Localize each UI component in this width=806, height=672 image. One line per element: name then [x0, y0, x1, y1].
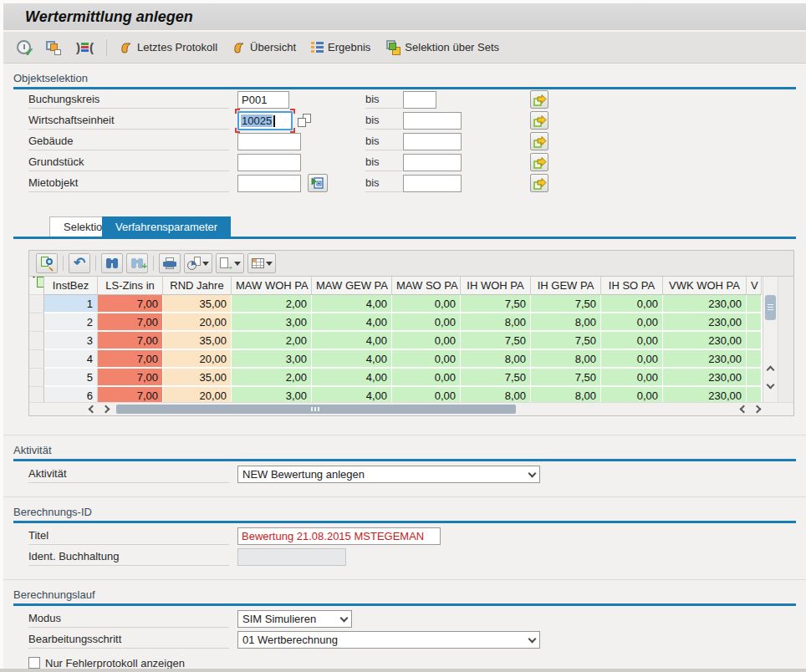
fehlerprotokoll-checkbox[interactable]	[28, 657, 40, 669]
grundstueck-bis-input[interactable]	[403, 154, 462, 171]
grid-cell[interactable]: 0,00	[392, 295, 461, 313]
scroll-left-icon[interactable]	[89, 405, 97, 414]
multiple-selection-button[interactable]	[530, 132, 548, 150]
scroll-down-icon[interactable]	[767, 381, 775, 389]
execute-button[interactable]	[12, 38, 36, 57]
create-measurement-button[interactable]	[308, 174, 328, 192]
grid-cell[interactable]: 0,00	[601, 332, 663, 350]
modus-dropdown[interactable]: SIM Simulieren	[237, 610, 352, 628]
grid-cell[interactable]: 7,50	[461, 332, 531, 350]
grid-column-header[interactable]: LS-Zins in	[98, 277, 163, 295]
grid-column-header[interactable]: IH WOH PA	[461, 277, 531, 295]
grid-cell[interactable]: 7,00	[98, 387, 163, 402]
grid-cell[interactable]: 7,50	[531, 295, 601, 313]
grid-cell[interactable]: 0,00	[601, 350, 663, 369]
grid-cell[interactable]: 7,00	[98, 369, 163, 387]
grid-cell[interactable]: 0,00	[601, 369, 663, 387]
copy-object-button[interactable]	[41, 38, 66, 58]
grid-cell[interactable]	[747, 387, 762, 402]
grid-cell[interactable]: 20,00	[163, 313, 232, 332]
grid-cell[interactable]: 230,00	[663, 387, 747, 402]
uebersicht-button[interactable]: Übersicht	[227, 38, 301, 57]
grid-cell[interactable]: 0,00	[392, 313, 461, 332]
grid-column-header[interactable]: V	[747, 277, 762, 295]
grid-cell[interactable]: 0,00	[601, 387, 663, 402]
grundstueck-input[interactable]	[237, 154, 301, 171]
buchungskreis-input[interactable]: P001	[237, 91, 289, 109]
gebaeude-input[interactable]	[237, 133, 301, 150]
multiple-selection-button[interactable]	[530, 111, 548, 130]
grid-cell[interactable]: 35,00	[163, 332, 232, 350]
grid-cell[interactable]: 4,00	[312, 295, 392, 313]
grid-cell[interactable]	[747, 313, 762, 332]
row-selector[interactable]	[29, 313, 44, 332]
grid-column-header[interactable]: RND Jahre	[163, 277, 232, 295]
grid-cell[interactable]: 3,00	[232, 350, 312, 369]
row-selector[interactable]	[29, 332, 44, 350]
grid-cell[interactable]: 1	[44, 295, 98, 313]
grid-cell[interactable]: 0,00	[601, 295, 663, 313]
grid-cell[interactable]: 8,00	[461, 350, 531, 369]
gebaeude-bis-input[interactable]	[403, 133, 462, 150]
get-variant-button[interactable]: )(	[71, 38, 99, 57]
mietobjekt-input[interactable]	[237, 175, 301, 192]
scroll-right-icon[interactable]	[102, 405, 110, 414]
vertical-scrollbar-thumb[interactable]	[765, 295, 776, 320]
details-button[interactable]	[36, 253, 58, 273]
grid-cell[interactable]: 7,00	[98, 313, 163, 332]
grid-cell[interactable]: 8,00	[531, 387, 601, 402]
grid-cell[interactable]: 0,00	[392, 387, 461, 402]
row-selector[interactable]	[29, 387, 44, 402]
grid-cell[interactable]: 3	[44, 332, 98, 350]
grid-column-header[interactable]: MAW WOH PA	[232, 277, 312, 295]
grid-cell[interactable]: 230,00	[663, 313, 747, 332]
grid-cell[interactable]: 7,00	[98, 350, 163, 369]
find-button[interactable]	[101, 253, 123, 273]
grid-cell[interactable]: 6	[44, 387, 98, 402]
grid-cell[interactable]: 0,00	[392, 369, 461, 387]
grid-cell[interactable]: 3,00	[232, 313, 312, 332]
print-preview-button[interactable]	[184, 253, 212, 273]
grid-cell[interactable]: 7,00	[98, 332, 163, 350]
grid-cell[interactable]: 8,00	[461, 313, 531, 332]
grid-column-header[interactable]: MAW SO PA	[392, 277, 461, 295]
grid-cell[interactable]: 7,50	[461, 295, 531, 313]
grid-cell[interactable]: 20,00	[163, 350, 232, 369]
grid-cell[interactable]: 7,50	[531, 369, 601, 387]
scroll-up-icon[interactable]	[767, 366, 775, 374]
scroll-left-icon[interactable]	[740, 405, 748, 414]
buchungskreis-bis-input[interactable]	[403, 91, 436, 109]
grid-cell[interactable]: 0,00	[392, 332, 461, 350]
choose-layout-button[interactable]	[247, 253, 276, 273]
grid-cell[interactable]: 4,00	[312, 332, 392, 350]
grid-cell[interactable]	[747, 295, 762, 313]
selektion-ueber-sets-button[interactable]: Selektion über Sets	[380, 38, 504, 58]
grid-cell[interactable]: 7,50	[461, 369, 531, 387]
row-selector[interactable]	[29, 369, 44, 387]
wirtschaftseinheit-input[interactable]: 10025	[237, 111, 293, 130]
grid-cell[interactable]: 8,00	[461, 387, 531, 402]
bearbeitungsschritt-dropdown[interactable]: 01 Wertberechnung	[237, 631, 540, 649]
grid-cell[interactable]: 2,00	[232, 332, 312, 350]
grid-column-header[interactable]: InstBez	[44, 277, 98, 295]
grid-cell[interactable]: 4,00	[312, 369, 392, 387]
row-selector[interactable]	[29, 295, 44, 313]
grid-cell[interactable]: 4,00	[312, 313, 392, 332]
grid-cell[interactable]	[747, 369, 762, 387]
grid-cell[interactable]: 8,00	[531, 313, 601, 332]
multiple-values-icon[interactable]	[298, 114, 311, 127]
grid-cell[interactable]: 20,00	[163, 387, 232, 402]
grid-cell[interactable]: 4	[44, 350, 98, 369]
horizontal-scrollbar-thumb[interactable]	[116, 405, 516, 414]
row-selector[interactable]	[29, 350, 44, 369]
grid-cell[interactable]	[747, 350, 762, 369]
grid-column-header[interactable]: IH SO PA	[601, 277, 663, 295]
grid-cell[interactable]: 3,00	[232, 387, 312, 402]
grid-cell[interactable]: 7,50	[531, 332, 601, 350]
undo-button[interactable]: ↶	[69, 253, 90, 273]
grid-cell[interactable]: 230,00	[663, 332, 747, 350]
grid-cell[interactable]: 2,00	[232, 369, 312, 387]
grid-cell[interactable]: 4,00	[312, 387, 392, 402]
letztes-protokoll-button[interactable]: Letztes Protokoll	[115, 38, 222, 57]
grid-cell[interactable]: 0,00	[392, 350, 461, 369]
